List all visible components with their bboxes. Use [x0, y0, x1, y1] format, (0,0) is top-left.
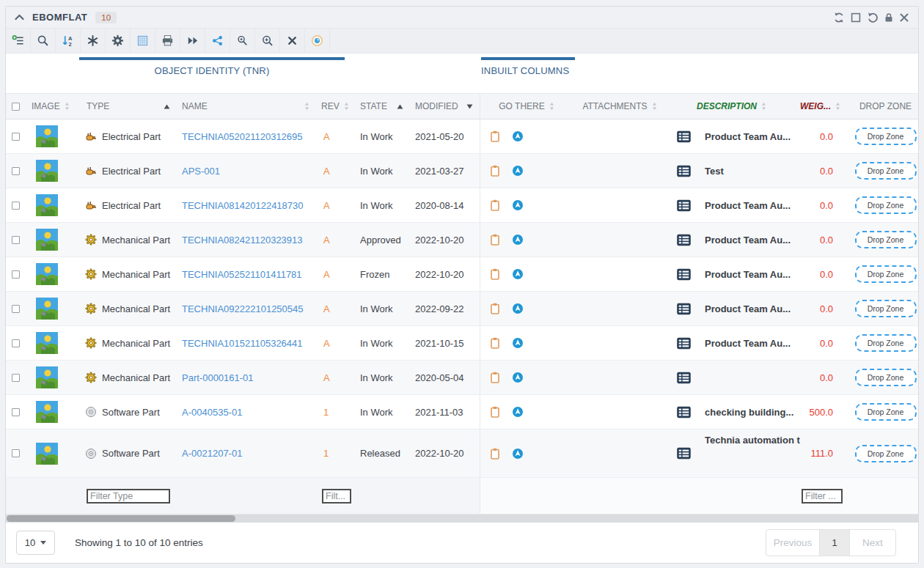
description-form-icon[interactable]	[677, 130, 691, 143]
go-there-icon[interactable]	[512, 337, 524, 349]
name-link[interactable]: TECHNIA101521105326441	[182, 338, 303, 349]
current-page-button[interactable]: 1	[819, 530, 850, 556]
header-state[interactable]: STATE	[353, 94, 410, 119]
go-there-icon[interactable]	[512, 130, 524, 142]
go-there-icon[interactable]	[512, 199, 524, 211]
header-go-there[interactable]: GO THERE	[480, 94, 573, 119]
description-form-icon[interactable]	[677, 199, 691, 212]
clipboard-icon[interactable]	[489, 268, 501, 280]
name-link[interactable]: A-0040535-01	[182, 407, 242, 418]
row-checkbox[interactable]	[12, 408, 20, 416]
go-there-icon[interactable]	[512, 372, 524, 383]
clear-x-button[interactable]	[280, 29, 305, 53]
image-thumbnail[interactable]	[36, 229, 58, 251]
go-there-icon[interactable]	[512, 268, 524, 280]
drop-zone[interactable]: Drop Zone	[855, 128, 917, 145]
header-type[interactable]: TYPE	[79, 94, 177, 119]
drop-zone[interactable]: Drop Zone	[855, 162, 917, 180]
image-thumbnail[interactable]	[36, 366, 58, 388]
clipboard-icon[interactable]	[489, 130, 501, 142]
clipboard-icon[interactable]	[489, 165, 501, 177]
drop-zone[interactable]: Drop Zone	[855, 300, 917, 317]
rev-filter-input[interactable]	[322, 489, 351, 504]
print-button[interactable]	[155, 29, 180, 53]
weight-filter-input[interactable]	[802, 489, 843, 504]
go-there-icon[interactable]	[512, 448, 524, 460]
image-thumbnail[interactable]	[36, 194, 58, 216]
row-checkbox[interactable]	[12, 202, 20, 210]
clipboard-icon[interactable]	[489, 337, 501, 349]
zoom-in-button[interactable]	[255, 29, 280, 53]
add-row-button[interactable]	[6, 29, 31, 53]
image-thumbnail[interactable]	[36, 263, 58, 285]
drop-zone[interactable]: Drop Zone	[855, 445, 917, 462]
sort-az-button[interactable]	[56, 29, 81, 53]
close-icon[interactable]	[899, 12, 909, 23]
header-description[interactable]: DESCRIPTION	[667, 94, 796, 119]
header-attachments[interactable]: ATTACHMENTS	[573, 94, 667, 119]
watch-eye-button[interactable]	[305, 29, 330, 53]
drop-zone[interactable]: Drop Zone	[855, 334, 917, 352]
clipboard-icon[interactable]	[489, 406, 501, 418]
fast-forward-button[interactable]	[180, 29, 205, 53]
sync-icon[interactable]	[833, 12, 845, 23]
share-button[interactable]	[205, 29, 230, 53]
clipboard-icon[interactable]	[489, 199, 501, 211]
name-link[interactable]: APS-001	[182, 166, 220, 177]
row-checkbox[interactable]	[12, 236, 20, 244]
description-form-icon[interactable]	[677, 447, 691, 460]
drop-zone[interactable]: Drop Zone	[855, 265, 917, 283]
zoom-pan-button[interactable]	[230, 29, 255, 53]
header-weight[interactable]: WEIG...	[796, 94, 853, 119]
description-form-icon[interactable]	[677, 303, 691, 315]
name-link[interactable]: TECHNIA092222101250545	[182, 303, 304, 314]
header-image[interactable]: IMAGE	[28, 94, 79, 119]
search-button[interactable]	[31, 29, 56, 53]
image-thumbnail[interactable]	[36, 125, 58, 147]
row-checkbox[interactable]	[12, 167, 20, 175]
type-filter-input[interactable]	[87, 489, 170, 504]
name-link[interactable]: Part-0000161-01	[182, 372, 254, 383]
lock-icon[interactable]	[884, 12, 894, 23]
next-page-button[interactable]: Next	[850, 530, 895, 556]
description-form-icon[interactable]	[677, 406, 691, 418]
grid-view-button[interactable]	[131, 29, 155, 53]
clipboard-icon[interactable]	[489, 303, 501, 314]
settings-gear-button[interactable]	[106, 29, 131, 53]
select-all-checkbox[interactable]	[12, 103, 20, 111]
name-link[interactable]: TECHNIA052021120312695	[182, 131, 303, 142]
name-link[interactable]: TECHNIA052521101411781	[182, 269, 302, 280]
row-checkbox[interactable]	[12, 270, 20, 279]
clipboard-icon[interactable]	[489, 234, 501, 246]
description-form-icon[interactable]	[677, 234, 691, 246]
image-thumbnail[interactable]	[36, 401, 58, 423]
reset-icon[interactable]	[867, 12, 879, 23]
row-checkbox[interactable]	[12, 305, 20, 313]
image-thumbnail[interactable]	[36, 160, 58, 182]
maximize-icon[interactable]	[850, 12, 862, 23]
row-checkbox[interactable]	[12, 449, 20, 457]
drop-zone[interactable]: Drop Zone	[855, 403, 917, 421]
go-there-icon[interactable]	[512, 234, 524, 246]
header-modified[interactable]: MODIFIED	[410, 94, 480, 119]
horizontal-scrollbar[interactable]	[6, 514, 918, 523]
header-rev[interactable]: REV	[316, 94, 353, 119]
image-thumbnail[interactable]	[36, 443, 58, 465]
drop-zone[interactable]: Drop Zone	[855, 369, 917, 386]
asterisk-button[interactable]	[81, 29, 106, 53]
previous-page-button[interactable]: Previous	[766, 530, 819, 556]
clipboard-icon[interactable]	[489, 372, 501, 383]
page-size-select[interactable]: 10	[16, 531, 55, 555]
name-link[interactable]: TECHNIA081420122418730	[182, 200, 304, 211]
image-thumbnail[interactable]	[36, 298, 58, 320]
description-form-icon[interactable]	[677, 268, 691, 281]
header-name[interactable]: NAME	[177, 94, 316, 119]
name-link[interactable]: A-0021207-01	[182, 448, 242, 459]
description-form-icon[interactable]	[677, 165, 691, 177]
description-form-icon[interactable]	[677, 372, 691, 384]
drop-zone[interactable]: Drop Zone	[855, 231, 917, 248]
drop-zone[interactable]: Drop Zone	[855, 196, 917, 214]
go-there-icon[interactable]	[512, 303, 524, 314]
clipboard-icon[interactable]	[489, 448, 501, 460]
row-checkbox[interactable]	[12, 133, 20, 141]
